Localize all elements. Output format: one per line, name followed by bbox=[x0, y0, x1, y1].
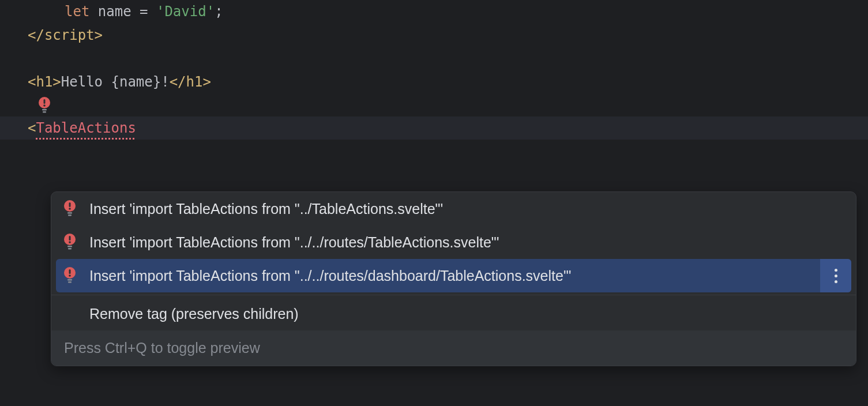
quick-fix-item-3-selected[interactable]: Insert 'import TableActions from "../../… bbox=[56, 259, 851, 292]
quick-fix-label: Insert 'import TableActions from "../Tab… bbox=[89, 201, 844, 217]
more-actions-button[interactable] bbox=[820, 259, 851, 292]
svg-rect-14 bbox=[68, 248, 72, 250]
code-line-3-empty bbox=[0, 47, 868, 71]
quick-fix-popup: Insert 'import TableActions from "../Tab… bbox=[51, 191, 856, 366]
quick-fix-label: Insert 'import TableActions from "../../… bbox=[89, 268, 844, 284]
svg-rect-11 bbox=[69, 236, 71, 240]
vertical-dots-icon bbox=[835, 269, 837, 283]
quick-fix-item-4[interactable]: Remove tag (preserves children) bbox=[51, 298, 856, 330]
quick-fix-label: Insert 'import TableActions from "../../… bbox=[89, 234, 844, 251]
var-name: name bbox=[89, 3, 140, 20]
lightbulb-error-icon bbox=[63, 234, 77, 251]
svg-rect-3 bbox=[42, 109, 47, 111]
component-tag-error: TableActions bbox=[36, 120, 136, 136]
quick-fix-label: Remove tag (preserves children) bbox=[89, 306, 844, 322]
svg-rect-1 bbox=[44, 99, 46, 104]
lightbulb-error-icon[interactable] bbox=[37, 97, 51, 114]
quick-fix-item-1[interactable]: Insert 'import TableActions from "../Tab… bbox=[51, 192, 856, 225]
code-line-1: let name = 'David'; bbox=[0, 0, 868, 24]
svg-rect-8 bbox=[67, 212, 72, 214]
svg-rect-9 bbox=[68, 215, 72, 216]
popup-separator bbox=[51, 295, 856, 295]
code-editor[interactable]: let name = 'David'; </script> <h1>Hello … bbox=[0, 0, 868, 140]
svg-rect-4 bbox=[43, 111, 46, 113]
svg-rect-16 bbox=[69, 269, 71, 274]
code-line-2: </script> bbox=[0, 24, 868, 47]
lightbulb-error-icon bbox=[63, 200, 77, 217]
svg-point-17 bbox=[69, 275, 71, 277]
svg-rect-6 bbox=[69, 202, 71, 207]
keyword-let: let bbox=[65, 3, 89, 20]
string-literal: 'David' bbox=[156, 3, 215, 20]
error-indicator-line bbox=[0, 94, 868, 116]
popup-footer-hint: Press Ctrl+Q to toggle preview bbox=[51, 330, 856, 366]
quick-fix-item-2[interactable]: Insert 'import TableActions from "../../… bbox=[51, 225, 856, 259]
lightbulb-error-icon bbox=[63, 267, 77, 284]
svg-rect-19 bbox=[68, 281, 72, 283]
svg-point-2 bbox=[43, 104, 46, 107]
code-line-4: <h1>Hello {name}!</h1> bbox=[0, 70, 868, 94]
svg-rect-18 bbox=[67, 279, 72, 281]
code-line-6-current: <TableActions bbox=[0, 116, 868, 140]
svg-point-7 bbox=[69, 208, 71, 210]
svg-rect-13 bbox=[67, 246, 72, 247]
svg-point-12 bbox=[69, 241, 71, 243]
